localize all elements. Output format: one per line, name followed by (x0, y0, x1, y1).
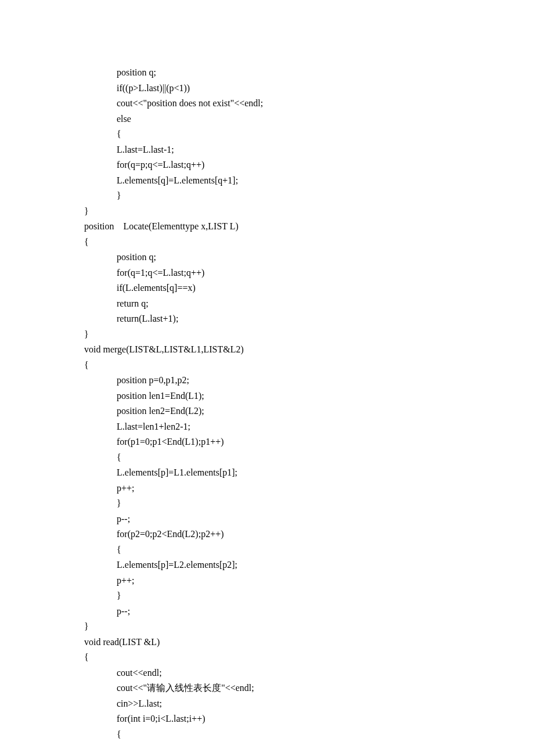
code-line: position Locate(Elementtype x,LIST L) (84, 219, 456, 235)
code-line: { (84, 235, 456, 250)
code-line: } (84, 496, 456, 512)
code-line: { (84, 727, 456, 743)
code-page: position q;if((p>L.last)||(p<1))cout<<"p… (84, 65, 456, 742)
code-line: if((p>L.last)||(p<1)) (84, 81, 456, 96)
code-line: position q; (84, 250, 456, 265)
code-line: { (84, 127, 456, 142)
code-line: cin>>L.last; (84, 696, 456, 712)
code-line: L.last=L.last-1; (84, 142, 456, 158)
code-line: return q; (84, 296, 456, 312)
code-line: { (84, 650, 456, 665)
code-line: } (84, 204, 456, 219)
code-line: } (84, 619, 456, 635)
code-line: for(int i=0;i<L.last;i++) (84, 711, 456, 727)
code-line: p++; (84, 573, 456, 589)
code-line: void read(LIST &L) (84, 635, 456, 650)
code-line: else (84, 111, 456, 127)
code-line: cout<<"请输入线性表长度"<<endl; (84, 681, 456, 696)
code-line: if(L.elements[q]==x) (84, 280, 456, 296)
code-line: L.elements[p]=L2.elements[p2]; (84, 557, 456, 573)
code-line: p++; (84, 481, 456, 496)
code-line: position p=0,p1,p2; (84, 373, 456, 388)
code-line: for(q=1;q<=L.last;q++) (84, 265, 456, 281)
code-line: } (84, 588, 456, 604)
code-line: } (84, 327, 456, 343)
code-line: cout<<"position does not exist"<<endl; (84, 96, 456, 111)
code-line: position len2=End(L2); (84, 404, 456, 419)
code-line: for(p2=0;p2<End(L2);p2++) (84, 527, 456, 542)
code-line: p--; (84, 512, 456, 527)
code-line: L.elements[q]=L.elements[q+1]; (84, 173, 456, 189)
code-line: { (84, 450, 456, 466)
code-line: { (84, 358, 456, 373)
code-line: void merge(LIST&L,LIST&L1,LIST&L2) (84, 342, 456, 358)
code-line: position q; (84, 65, 456, 81)
code-line: for(p1=0;p1<End(L1);p1++) (84, 434, 456, 450)
code-line: } (84, 188, 456, 204)
code-line: for(q=p;q<=L.last;q++) (84, 157, 456, 173)
code-line: L.elements[p]=L1.elements[p1]; (84, 465, 456, 481)
code-line: return(L.last+1); (84, 311, 456, 327)
code-line: { (84, 542, 456, 558)
code-line: L.last=len1+len2-1; (84, 419, 456, 435)
code-line: cout<<endl; (84, 665, 456, 681)
code-block: position q;if((p>L.last)||(p<1))cout<<"p… (84, 65, 456, 742)
code-line: position len1=End(L1); (84, 388, 456, 404)
code-line: p--; (84, 604, 456, 620)
